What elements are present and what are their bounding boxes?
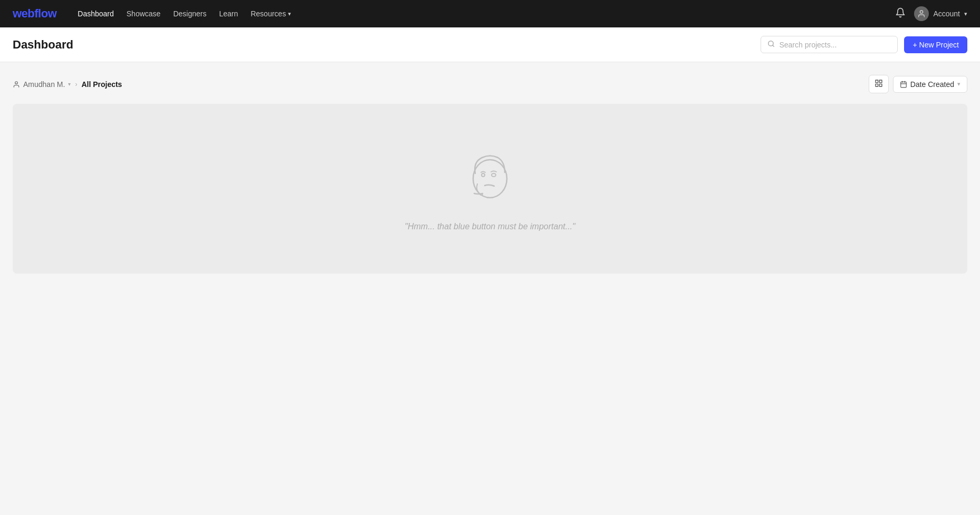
search-box[interactable]: [761, 36, 898, 53]
breadcrumb-separator: ›: [75, 81, 77, 88]
sort-button[interactable]: Date Created ▾: [893, 76, 967, 93]
nav-right: Account ▾: [895, 6, 967, 21]
page-title: Dashboard: [13, 38, 73, 52]
content-area: Amudhan M. ▾ › All Projects: [0, 62, 980, 286]
sort-dropdown-icon: ▾: [957, 81, 960, 88]
nav-resources-label: Resources: [251, 9, 286, 18]
empty-state: "Hmm... that blue button must be importa…: [13, 104, 967, 274]
account-menu[interactable]: Account ▾: [914, 6, 967, 21]
svg-point-13: [482, 173, 485, 177]
toolbar-right: Date Created ▾: [869, 75, 967, 93]
account-label: Account: [933, 9, 960, 18]
svg-point-0: [920, 11, 923, 13]
breadcrumb: Amudhan M. ▾ › All Projects: [13, 80, 122, 89]
search-icon: [767, 40, 775, 49]
breadcrumb-user[interactable]: Amudhan M. ▾: [13, 80, 71, 89]
svg-point-14: [492, 173, 496, 177]
new-project-button[interactable]: + New Project: [904, 36, 967, 53]
view-toggle-button[interactable]: [869, 75, 889, 93]
logo-text: webflow: [13, 7, 56, 20]
svg-rect-6: [876, 84, 878, 86]
empty-illustration: [458, 146, 522, 209]
breadcrumb-current: All Projects: [81, 80, 122, 89]
svg-point-3: [15, 81, 18, 84]
nav-resources[interactable]: Resources ▾: [251, 9, 291, 18]
content-toolbar: Amudhan M. ▾ › All Projects: [13, 75, 967, 93]
user-icon: [13, 81, 20, 88]
calendar-icon: [900, 81, 907, 88]
svg-rect-8: [900, 82, 906, 88]
nav-dashboard[interactable]: Dashboard: [78, 9, 114, 18]
header-actions: + New Project: [761, 36, 967, 53]
search-input[interactable]: [779, 41, 891, 49]
page-header: Dashboard + New Project: [0, 27, 980, 62]
account-dropdown-icon: ▾: [964, 11, 967, 17]
nav-showcase[interactable]: Showcase: [127, 9, 161, 18]
navbar: webflow Dashboard Showcase Designers Lea…: [0, 0, 980, 27]
svg-rect-7: [879, 84, 882, 86]
nav-designers[interactable]: Designers: [173, 9, 206, 18]
logo[interactable]: webflow: [13, 7, 56, 21]
nav-learn[interactable]: Learn: [219, 9, 238, 18]
nav-links: Dashboard Showcase Designers Learn Resou…: [78, 9, 878, 18]
empty-state-message: "Hmm... that blue button must be importa…: [405, 222, 575, 231]
avatar: [914, 6, 929, 21]
sort-label: Date Created: [910, 80, 954, 89]
breadcrumb-user-dropdown: ▾: [68, 81, 71, 87]
svg-rect-5: [879, 80, 882, 83]
grid-view-icon: [875, 79, 883, 88]
svg-rect-4: [876, 80, 878, 83]
svg-line-2: [773, 45, 774, 47]
bell-icon[interactable]: [895, 7, 906, 21]
chevron-down-icon: ▾: [288, 11, 291, 17]
breadcrumb-user-name: Amudhan M.: [23, 80, 65, 89]
